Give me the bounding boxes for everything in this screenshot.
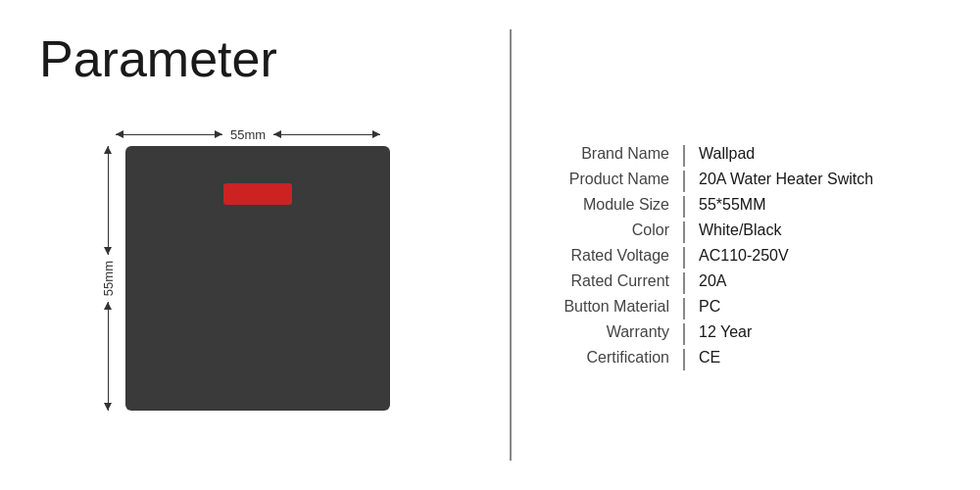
spec-separator [683,221,685,243]
spec-row: Product Name20A Water Heater Switch [531,171,941,192]
product-diagram: 55mm 55mm [98,127,490,411]
spec-value: 20A [699,272,726,290]
spec-table: Brand NameWallpadProduct Name20A Water H… [531,145,941,374]
spec-label: Product Name [531,171,683,188]
spec-label: Color [531,221,683,239]
right-section: Brand NameWallpadProduct Name20A Water H… [531,29,941,461]
height-measurement: 55mm [98,146,118,411]
width-arrow-right [273,134,380,135]
spec-value: White/Black [699,221,781,239]
spec-value: Wallpad [699,145,755,163]
spec-value: CE [699,349,720,367]
red-indicator [223,183,292,205]
height-label: 55mm [101,255,116,302]
spec-label: Module Size [531,196,683,214]
spec-row: Warranty12 Year [531,323,941,345]
height-arrow-bottom [108,302,109,411]
spec-label: Button Material [531,298,683,316]
spec-label: Warranty [531,323,683,341]
spec-separator [683,247,685,269]
product-body-row: 55mm [98,146,390,411]
spec-separator [683,298,685,319]
spec-label: Rated Voltage [531,247,683,265]
page-title: Parameter [39,29,490,88]
spec-separator [683,145,685,167]
spec-separator [683,272,685,294]
main-divider [510,29,512,461]
spec-value: PC [699,298,720,316]
spec-separator [683,349,685,370]
spec-row: Button MaterialPC [531,298,941,319]
width-arrow [116,134,222,135]
spec-label: Brand Name [531,145,683,163]
page-container: Parameter 55mm 55mm [0,0,980,490]
spec-value: 12 Year [699,323,752,341]
spec-row: Module Size55*55MM [531,196,941,218]
width-measurement: 55mm [116,127,380,142]
product-image [125,146,390,411]
width-label: 55mm [222,127,273,142]
spec-separator [683,323,685,345]
spec-row: CertificationCE [531,349,941,370]
left-section: Parameter 55mm 55mm [39,29,490,461]
spec-label: Rated Current [531,272,683,290]
spec-separator [683,171,685,192]
spec-row: Brand NameWallpad [531,145,941,167]
spec-value: 20A Water Heater Switch [699,171,873,188]
spec-value: 55*55MM [699,196,765,214]
spec-value: AC110-250V [699,247,789,265]
spec-row: Rated Current20A [531,272,941,294]
spec-label: Certification [531,349,683,367]
spec-row: Rated VoltageAC110-250V [531,247,941,269]
height-arrow [108,146,109,255]
spec-separator [683,196,685,218]
spec-row: ColorWhite/Black [531,221,941,243]
